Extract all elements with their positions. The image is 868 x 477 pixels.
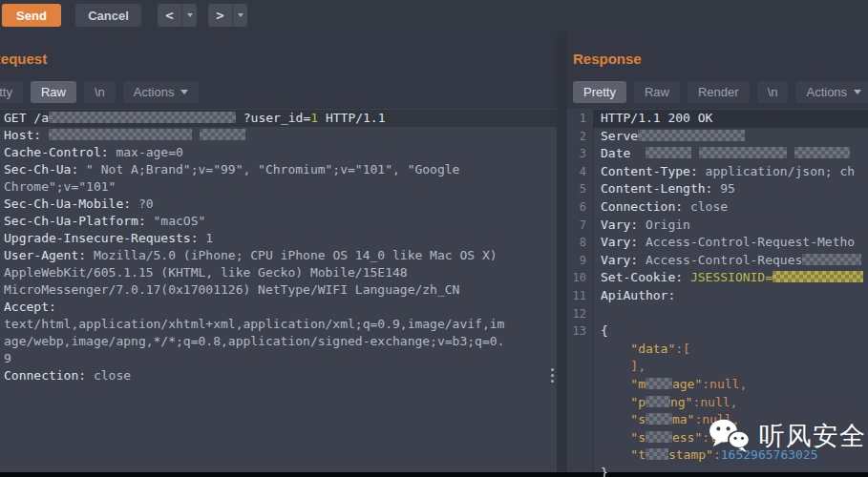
code-text: JSESSIONID= <box>690 270 773 284</box>
code-text: Sec-Ch-Ua: <box>4 162 86 176</box>
request-actions-label: Actions <box>134 85 175 99</box>
line-number: 2 <box>567 128 593 146</box>
code-content: Accept: <box>4 299 557 316</box>
code-text: Access-Control-Request-Metho <box>646 235 855 249</box>
code-text: " Not A;Brand";v="99", "Chromium";v="101… <box>86 162 459 176</box>
code-content: Sec-Ch-Ua: " Not A;Brand";v="99", "Chrom… <box>4 161 557 178</box>
scrollbar-drag-handle[interactable] <box>551 365 554 385</box>
line-number <box>567 376 593 394</box>
response-tab-raw[interactable]: Raw <box>634 81 680 103</box>
code-text: Date <box>601 146 630 160</box>
line-number: 1 <box>567 110 593 128</box>
request-editor[interactable]: GET /a ?user_id=1 HTTP/1.1Host: Cache-Co… <box>0 109 557 477</box>
code-line: User-Agent: Mozilla/5.0 (iPhone; CPU iPh… <box>0 247 557 264</box>
code-text: } <box>601 466 608 477</box>
code-line: 9 <box>0 350 557 367</box>
watermark: 听风安全 <box>709 418 866 453</box>
code-text: Vary: <box>601 253 646 267</box>
code-text: Access-Control-Reques <box>646 253 802 267</box>
code-text: null <box>700 395 730 409</box>
code-text <box>601 377 630 391</box>
code-text: Content-Type: <box>601 164 706 178</box>
code-text: Mozilla/5.0 (iPhone; CPU iPhone OS 14_0 … <box>94 248 498 262</box>
code-content: Connection: close <box>593 198 868 217</box>
request-tab-pretty[interactable]: Pretty <box>0 81 23 103</box>
back-button[interactable]: < <box>158 4 181 27</box>
code-text: , <box>739 377 747 391</box>
redacted-text <box>646 431 672 443</box>
response-tab-render[interactable]: Render <box>688 81 750 103</box>
redacted-text <box>794 147 850 158</box>
code-content: { <box>593 322 868 341</box>
redacted-text <box>49 112 236 123</box>
code-text: Sec-Ch-Ua-Mobile: <box>4 197 138 211</box>
line-number: 10 <box>567 269 593 287</box>
line-number: 7 <box>567 217 593 235</box>
line-number <box>567 341 593 359</box>
code-text: : <box>702 377 709 391</box>
code-content: Content-Type: application/json; ch <box>593 163 868 181</box>
code-content: "data":[ <box>593 341 868 359</box>
response-tab-newline[interactable]: \n <box>757 81 789 103</box>
forward-button[interactable]: > <box>208 4 232 27</box>
line-number <box>567 358 593 376</box>
back-dropdown-button[interactable] <box>181 4 197 27</box>
response-panel: Response Pretty Raw Render \n Actions 1H… <box>567 31 868 477</box>
code-content: Upgrade-Insecure-Requests: 1 <box>4 230 557 247</box>
code-line: 7Vary: Origin <box>567 217 868 235</box>
code-text: Accept: <box>4 300 56 314</box>
code-text: 1 <box>310 111 318 125</box>
code-text: Cache-Control: <box>4 145 116 159</box>
code-line: text/html,application/xhtml+xml,applicat… <box>0 316 557 333</box>
redacted-text <box>699 147 787 158</box>
request-tab-newline[interactable]: \n <box>84 81 116 103</box>
code-content: Serve <box>593 128 868 146</box>
code-content: ], <box>593 358 868 376</box>
line-number: 3 <box>567 145 593 163</box>
line-number <box>567 446 593 465</box>
redacted-text <box>802 254 861 265</box>
code-text: "p <box>630 395 646 409</box>
code-line: "mage":null, <box>567 376 868 394</box>
panel-divider[interactable] <box>557 31 567 477</box>
code-line: Accept: <box>0 299 557 316</box>
code-text: "m <box>630 377 646 391</box>
code-line: MicroMessenger/7.0.17(0x17001126) NetTyp… <box>0 281 557 299</box>
response-actions-button[interactable]: Actions <box>795 81 868 103</box>
code-text: age" <box>672 377 702 391</box>
code-content: Host: <box>4 127 557 144</box>
code-line: Sec-Ch-Ua-Mobile: ?0 <box>0 196 557 213</box>
code-text: Connection: <box>601 199 690 214</box>
code-text <box>601 447 630 462</box>
watermark-text: 听风安全 <box>759 419 866 453</box>
response-view-tabs: Pretty Raw Render \n Actions <box>573 81 868 103</box>
code-line: Connection: close <box>0 367 557 384</box>
code-content: HTTP/1.1 200 OK <box>593 110 868 128</box>
forward-dropdown-button[interactable] <box>232 4 247 27</box>
code-line: 6Connection: close <box>567 198 868 217</box>
code-content: User-Agent: Mozilla/5.0 (iPhone; CPU iPh… <box>4 247 557 264</box>
send-button[interactable]: Send <box>2 4 61 27</box>
code-text: 1 <box>205 231 213 245</box>
cancel-button[interactable]: Cancel <box>75 4 141 27</box>
redacted-text <box>646 396 670 407</box>
code-line: 1HTTP/1.1 200 OK <box>567 110 868 128</box>
code-content: Connection: close <box>4 367 557 384</box>
request-actions-button[interactable]: Actions <box>123 81 200 103</box>
code-text: GET /a <box>4 111 49 125</box>
code-content: Vary: Origin <box>593 217 868 235</box>
line-number <box>567 429 593 447</box>
code-text: null <box>709 377 739 391</box>
code-content: Set-Cookie: JSESSIONID= <box>593 269 868 287</box>
code-content: MicroMessenger/7.0.17(0x17001126) NetTyp… <box>4 281 557 299</box>
response-tab-pretty[interactable]: Pretty <box>573 81 626 103</box>
code-text: stamp" <box>668 447 713 462</box>
code-content: Vary: Access-Control-Reques <box>593 252 868 270</box>
code-text: Serve <box>601 129 638 143</box>
code-text <box>691 146 699 160</box>
code-content: "mage":null, <box>593 376 868 394</box>
request-tab-raw[interactable]: Raw <box>31 81 76 103</box>
code-content: Content-Length: 95 <box>593 180 868 198</box>
back-button-group: < <box>158 4 197 27</box>
code-line: 5Content-Length: 95 <box>567 180 868 198</box>
